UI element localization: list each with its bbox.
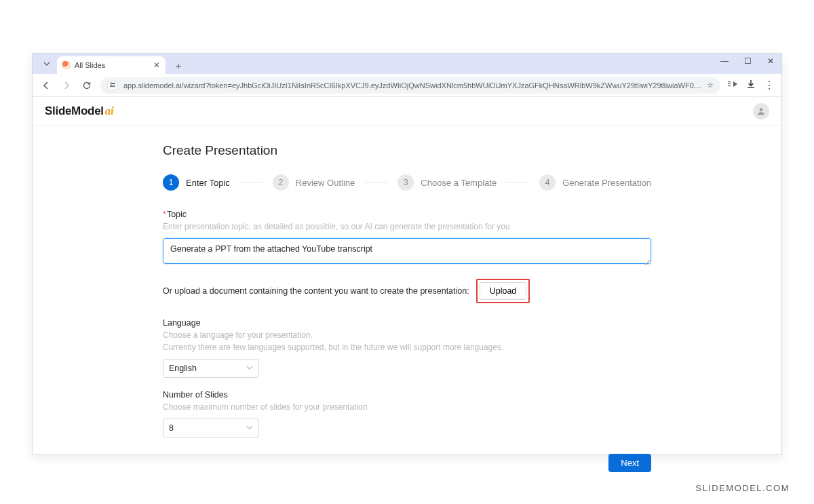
field-slides: Number of Slides Choose maximum number o… bbox=[163, 390, 651, 438]
svg-point-2 bbox=[111, 82, 113, 84]
topic-label: *Topic bbox=[163, 210, 651, 219]
bookmark-star-icon[interactable]: ☆ bbox=[707, 81, 714, 90]
upload-prompt: Or upload a document containing the cont… bbox=[163, 286, 469, 296]
step-label: Enter Topic bbox=[186, 178, 230, 188]
language-select[interactable]: English bbox=[163, 359, 259, 378]
new-tab-button[interactable]: + bbox=[171, 58, 186, 73]
wizard-footer: Next bbox=[163, 454, 651, 472]
step-label: Review Outline bbox=[296, 178, 355, 188]
logo-suffix: ai bbox=[105, 104, 114, 117]
step-number: 4 bbox=[539, 174, 556, 191]
window-minimize-button[interactable]: — bbox=[718, 56, 731, 66]
step-divider bbox=[239, 182, 263, 183]
user-avatar[interactable] bbox=[753, 103, 769, 119]
svg-rect-6 bbox=[728, 85, 731, 86]
slides-value: 8 bbox=[169, 423, 174, 433]
next-button[interactable]: Next bbox=[608, 454, 651, 472]
app-logo[interactable]: SlideModelai bbox=[45, 104, 113, 118]
language-label: Language bbox=[163, 318, 651, 328]
svg-rect-4 bbox=[728, 81, 731, 82]
url-bar[interactable]: app.slidemodel.ai/wizard?token=eyJhbGciO… bbox=[100, 77, 720, 94]
step-generate-presentation[interactable]: 4 Generate Presentation bbox=[539, 174, 651, 191]
nav-back-button[interactable] bbox=[39, 79, 53, 92]
step-divider bbox=[506, 182, 530, 183]
svg-point-7 bbox=[760, 108, 763, 111]
language-help: Choose a language for your presentation.… bbox=[163, 329, 651, 353]
step-label: Choose a Template bbox=[421, 178, 497, 188]
browser-window: All Slides ✕ + — ☐ ✕ app.slidemodel.ai/w… bbox=[32, 53, 782, 455]
window-maximize-button[interactable]: ☐ bbox=[741, 56, 754, 66]
site-settings-icon[interactable] bbox=[107, 81, 118, 90]
slides-help: Choose maximum number of slides for your… bbox=[163, 401, 651, 413]
browser-menu-icon[interactable]: ⋮ bbox=[764, 80, 775, 91]
watermark: SLIDEMODEL.COM bbox=[695, 483, 790, 493]
step-divider bbox=[364, 182, 388, 183]
chevron-down-icon bbox=[246, 424, 253, 432]
browser-tab[interactable]: All Slides ✕ bbox=[57, 56, 166, 74]
nav-forward-button[interactable] bbox=[60, 79, 73, 92]
upload-row: Or upload a document containing the cont… bbox=[163, 279, 651, 303]
step-review-outline[interactable]: 2 Review Outline bbox=[273, 174, 355, 191]
step-enter-topic[interactable]: 1 Enter Topic bbox=[163, 174, 230, 191]
slides-select[interactable]: 8 bbox=[163, 419, 259, 438]
language-value: English bbox=[169, 364, 197, 373]
svg-point-3 bbox=[113, 85, 115, 87]
browser-tab-bar: All Slides ✕ + — ☐ ✕ bbox=[33, 54, 781, 74]
tab-dropdown-icon[interactable] bbox=[39, 56, 54, 71]
nav-reload-button[interactable] bbox=[80, 79, 94, 92]
wizard-stepper: 1 Enter Topic 2 Review Outline 3 Choose … bbox=[163, 174, 651, 191]
slides-label: Number of Slides bbox=[163, 390, 651, 400]
field-language: Language Choose a language for your pres… bbox=[163, 318, 651, 378]
topic-help: Enter presentation topic, as detailed as… bbox=[163, 220, 651, 233]
chevron-down-icon bbox=[246, 364, 253, 372]
tab-close-icon[interactable]: ✕ bbox=[153, 60, 160, 70]
window-close-button[interactable]: ✕ bbox=[764, 56, 777, 66]
step-number: 3 bbox=[398, 174, 414, 191]
step-choose-template[interactable]: 3 Choose a Template bbox=[398, 174, 497, 191]
field-topic: *Topic Enter presentation topic, as deta… bbox=[163, 210, 651, 267]
wizard-content: Create Presentation 1 Enter Topic 2 Revi… bbox=[163, 125, 651, 472]
page-title: Create Presentation bbox=[163, 143, 651, 158]
step-label: Generate Presentation bbox=[562, 178, 651, 188]
window-controls: — ☐ ✕ bbox=[718, 56, 777, 66]
upload-highlight: Upload bbox=[476, 279, 530, 303]
tab-favicon-icon bbox=[62, 61, 71, 69]
download-icon[interactable] bbox=[746, 79, 756, 91]
topic-input[interactable] bbox=[163, 238, 651, 264]
step-number: 1 bbox=[163, 174, 179, 191]
step-number: 2 bbox=[273, 174, 289, 191]
svg-rect-5 bbox=[728, 83, 731, 84]
tab-title: All Slides bbox=[75, 61, 149, 69]
browser-address-bar: app.slidemodel.ai/wizard?token=eyJhbGciO… bbox=[33, 74, 781, 97]
upload-button[interactable]: Upload bbox=[480, 282, 527, 300]
logo-text: SlideModel bbox=[45, 104, 104, 117]
media-control-icon[interactable] bbox=[727, 79, 738, 91]
url-text: app.slidemodel.ai/wizard?token=eyJhbGciO… bbox=[123, 81, 701, 90]
app-header: SlideModelai bbox=[33, 97, 781, 125]
